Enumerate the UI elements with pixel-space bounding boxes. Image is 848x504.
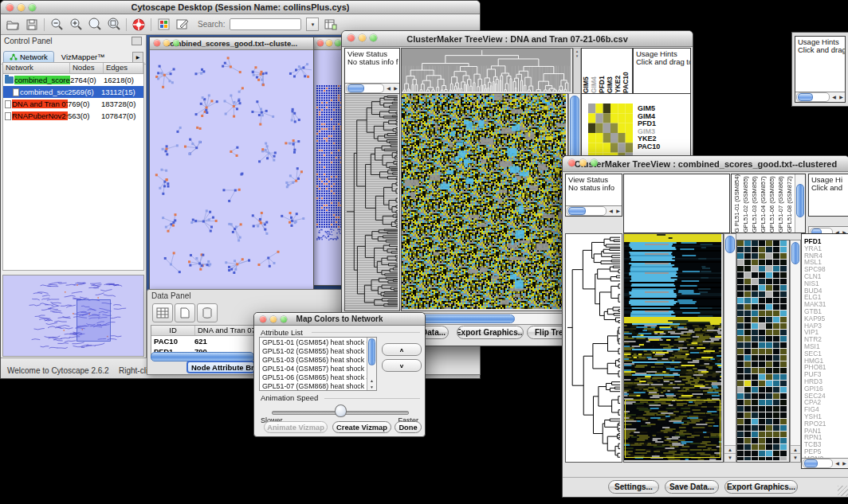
node-attribute-browser-tab[interactable]: Node Attribute Brows — [186, 361, 255, 373]
tab-vizmapper[interactable]: VizMapper™ — [56, 52, 111, 63]
close-button[interactable] — [260, 316, 266, 322]
network-row[interactable]: combined_scores 2764(0) 16218(0) — [3, 74, 143, 86]
zoom-button[interactable] — [591, 159, 598, 166]
row-dendrogram[interactable] — [344, 93, 400, 311]
network-name: combined_sco — [20, 88, 68, 96]
usage-hints-pane: Usage Hi Click and — [808, 174, 848, 217]
heatmap-view[interactable] — [623, 233, 724, 463]
row-dendrogram[interactable] — [565, 233, 622, 463]
animation-speed-slider-thumb[interactable] — [335, 404, 347, 417]
overview-canvas[interactable] — [3, 275, 143, 354]
heatmap-view[interactable] — [401, 93, 568, 311]
tab-overflow-button[interactable]: ▶ — [132, 52, 143, 63]
background-treeview-fragment: Usage Hints Click and drag t ◀▶ — [791, 32, 848, 107]
zoom-in-icon[interactable] — [69, 18, 83, 32]
attribute-list-label: Attribute List — [261, 328, 303, 337]
annotation-icon[interactable] — [175, 18, 190, 32]
network-nodes-count: 2764(0) — [70, 76, 104, 84]
zoom-button[interactable] — [173, 40, 179, 46]
help-icon[interactable] — [132, 18, 146, 32]
titlebar[interactable]: ClusterMaker TreeView : DNA and Tran 07-… — [342, 31, 693, 47]
attribute-item[interactable]: GPL51-02 (GSM855) heat shock 10 min — [261, 347, 367, 356]
zoom-button[interactable] — [370, 34, 377, 41]
gene-hscrollbar[interactable]: ◀▶ — [802, 458, 848, 468]
labels-vscrollbar[interactable] — [795, 174, 805, 232]
column-label: GPL51-02 (GSM855) — [742, 174, 751, 232]
minimize-button[interactable] — [326, 40, 332, 46]
close-button[interactable] — [317, 40, 324, 46]
attribute-browser-icon[interactable] — [324, 18, 338, 32]
attribute-item[interactable]: GPL51-01 (GSM854) heat shock 05 min — [261, 338, 367, 347]
zoom-heatmap-view[interactable] — [736, 240, 790, 463]
attribute-list-vscrollbar[interactable]: ▲ ▼ — [367, 338, 376, 390]
splitter-strip[interactable]: ▴▾ — [573, 48, 581, 94]
zoom-button[interactable] — [335, 40, 341, 46]
network-overview-panel[interactable] — [2, 275, 144, 357]
column-label: GPL51-08 (GSM872) — [786, 174, 795, 232]
treeview-dna-title: ClusterMaker TreeView : DNA and Tran 07-… — [406, 34, 628, 44]
zoom-out-icon[interactable] — [49, 18, 64, 32]
titlebar[interactable]: ClusterMaker TreeView : combined_scores_… — [563, 156, 848, 172]
zoom-vscrollbar[interactable]: ▲▼ — [790, 240, 801, 463]
close-button[interactable] — [347, 34, 355, 41]
zoom-selected-icon[interactable] — [88, 18, 102, 32]
minimize-button[interactable] — [270, 316, 277, 322]
column-label: YKE2 — [614, 49, 622, 93]
attribute-item[interactable]: GPL51-03 (GSM856) heat shock 15 min — [261, 356, 367, 365]
float-panel-icon[interactable] — [132, 37, 142, 45]
network-row[interactable]: DNA and Tran 07 769(0) 183728(0) — [3, 98, 143, 110]
open-session-icon[interactable] — [6, 18, 20, 32]
search-dropdown-button[interactable]: ▼ — [306, 18, 319, 31]
network-edges-count: 16218(0) — [104, 76, 143, 84]
attribute-item[interactable]: GPL51-07 (GSM868) heat shock 60 min — [261, 382, 367, 391]
column-label: GPL51-07 (GSM868) — [777, 174, 786, 232]
export-graphics-button[interactable]: Export Graphics... — [724, 480, 798, 494]
close-button[interactable] — [154, 40, 160, 46]
titlebar[interactable]: Map Colors to Network — [254, 313, 425, 326]
move-down-button[interactable]: v — [382, 359, 422, 372]
zoom-fit-icon[interactable] — [107, 18, 121, 32]
attribute-item[interactable]: GPL51-04 (GSM857) heat shock 20 min — [261, 365, 367, 373]
search-input[interactable] — [230, 18, 301, 30]
select-attributes-icon[interactable] — [152, 303, 173, 322]
minimize-button[interactable] — [579, 159, 587, 166]
save-data-button[interactable]: Save Data... — [665, 480, 719, 494]
save-session-icon[interactable] — [25, 18, 39, 32]
divider — [324, 398, 420, 399]
network-row-icon — [5, 100, 11, 108]
vizmapper-icon[interactable] — [156, 18, 171, 32]
view-status-pane: View Status No status info ◀▶ — [565, 174, 622, 217]
network-edges-count: 183728(0) — [101, 100, 143, 108]
network-row[interactable]: RNAPuberNov2+ 563(0) 107847(0) — [3, 110, 143, 122]
settings-button[interactable]: Settings... — [608, 480, 659, 494]
zoom-button[interactable] — [281, 316, 287, 322]
export-graphics-button[interactable]: Export Graphics... — [457, 326, 524, 339]
resize-grip[interactable] — [838, 486, 848, 496]
network-view-canvas[interactable] — [150, 50, 312, 288]
pane-hscrollbar[interactable]: ◀▶ — [566, 205, 622, 216]
new-attribute-icon[interactable] — [175, 303, 195, 322]
main-titlebar[interactable]: Cytoscape Desktop (Session Name: collins… — [1, 1, 480, 14]
network-row[interactable]: combined_sco 2569(6) 13112(15) — [3, 86, 143, 98]
close-button[interactable] — [568, 159, 575, 166]
column-tree-pane[interactable] — [623, 174, 730, 233]
heatmap-vscrollbar[interactable]: ▲▼ — [724, 233, 736, 463]
minimize-button[interactable] — [18, 4, 25, 11]
delete-attribute-icon[interactable] — [197, 303, 218, 322]
minimize-button[interactable] — [163, 40, 170, 46]
titlebar[interactable]: combined_scores_good.txt--cluste... — [150, 37, 313, 50]
zoom-button[interactable] — [29, 4, 36, 11]
attribute-item[interactable]: GPL51-06 (GSM865) heat shock 40 min — [261, 373, 367, 382]
similarity-matrix-canvas[interactable] — [588, 104, 633, 162]
done-button[interactable]: Done — [395, 421, 422, 433]
network-edges-count: 107847(0) — [101, 111, 143, 120]
move-up-button[interactable]: ʌ — [382, 343, 422, 356]
pane-hscrollbar[interactable]: ◀▶ — [795, 92, 845, 102]
pane-hscrollbar[interactable]: ◀▶ — [345, 83, 399, 93]
minimize-button[interactable] — [359, 34, 366, 41]
animate-vizmap-button[interactable]: Animate Vizmap — [264, 421, 328, 433]
close-button[interactable] — [6, 4, 14, 11]
create-vizmap-button[interactable]: Create Vizmap — [332, 421, 391, 433]
column-dendrogram[interactable] — [401, 48, 573, 94]
heatmap-hscrollbar[interactable] — [401, 313, 568, 325]
